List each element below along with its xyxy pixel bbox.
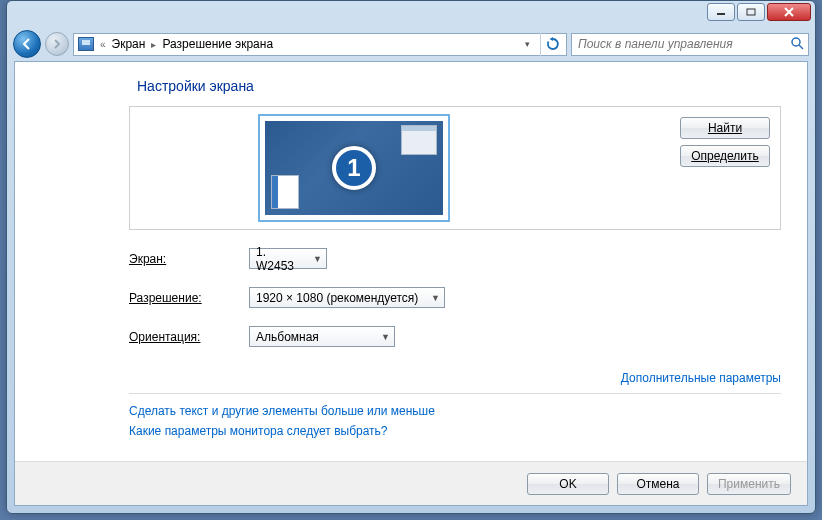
arrow-left-icon [20,37,34,51]
apply-button[interactable]: Применить [707,473,791,495]
monitor-thumbnail[interactable]: 1 [258,114,450,222]
breadcrumb-item[interactable]: Экран [112,37,146,51]
breadcrumb-item[interactable]: Разрешение экрана [162,37,273,51]
minimize-button[interactable] [707,3,735,21]
screen-label: Экран: [129,252,249,266]
search-icon[interactable] [790,36,804,53]
chevron-down-icon: ▼ [381,332,390,342]
svg-point-2 [792,38,800,46]
chevron-down-icon: ▼ [431,293,440,303]
close-button[interactable] [767,3,811,21]
display-preview-frame: 1 Найти Определить [129,106,781,230]
resolution-select-value: 1920 × 1080 (рекомендуется) [256,291,418,305]
address-bar[interactable]: « Экран ▸ Разрешение экрана ▾ [73,33,567,56]
screen-select[interactable]: 1. W2453 ▼ [249,248,327,269]
chevron-down-icon: ▼ [313,254,322,264]
address-dropdown-icon[interactable]: ▾ [520,39,534,49]
resolution-label: Разрешение: [129,291,249,305]
svg-rect-0 [717,13,725,15]
advanced-settings-link[interactable]: Дополнительные параметры [621,371,781,385]
cancel-button[interactable]: Отмена [617,473,699,495]
resolution-select[interactable]: 1920 × 1080 (рекомендуется) ▼ [249,287,445,308]
search-input[interactable] [576,36,790,52]
separator [129,393,781,394]
orientation-label: Ориентация: [129,330,249,344]
close-icon [783,7,795,17]
page-title: Настройки экрана [137,78,781,94]
breadcrumb-chevron-icon: « [100,39,106,50]
navbar: « Экран ▸ Разрешение экрана ▾ [13,29,809,59]
nav-forward-button[interactable] [45,32,69,56]
client-area: Настройки экрана 1 Найти Определить Экра… [14,61,808,506]
wallpaper-window-icon [271,175,299,209]
which-params-link[interactable]: Какие параметры монитора следует выбрать… [129,424,781,438]
window-frame: « Экран ▸ Разрешение экрана ▾ Настройки … [6,0,816,514]
ok-button[interactable]: OK [527,473,609,495]
orientation-select-value: Альбомная [256,330,319,344]
identify-button[interactable]: Определить [680,145,770,167]
maximize-icon [746,8,756,16]
screen-select-value: 1. W2453 [256,245,307,273]
nav-back-button[interactable] [13,30,41,58]
wallpaper-window-icon [401,125,437,155]
breadcrumb-chevron-icon: ▸ [151,39,156,50]
text-size-link[interactable]: Сделать текст и другие элементы больше и… [129,404,781,418]
refresh-icon [546,37,560,51]
search-box[interactable] [571,33,809,56]
svg-rect-1 [747,9,755,15]
titlebar[interactable] [7,1,815,29]
monitor-number-badge: 1 [332,146,376,190]
orientation-select[interactable]: Альбомная ▼ [249,326,395,347]
minimize-icon [716,8,726,16]
find-button[interactable]: Найти [680,117,770,139]
maximize-button[interactable] [737,3,765,21]
refresh-button[interactable] [540,33,564,56]
svg-line-3 [799,45,803,49]
control-panel-icon [78,37,94,51]
dialog-footer: OK Отмена Применить [15,461,807,505]
arrow-right-icon [51,38,63,50]
